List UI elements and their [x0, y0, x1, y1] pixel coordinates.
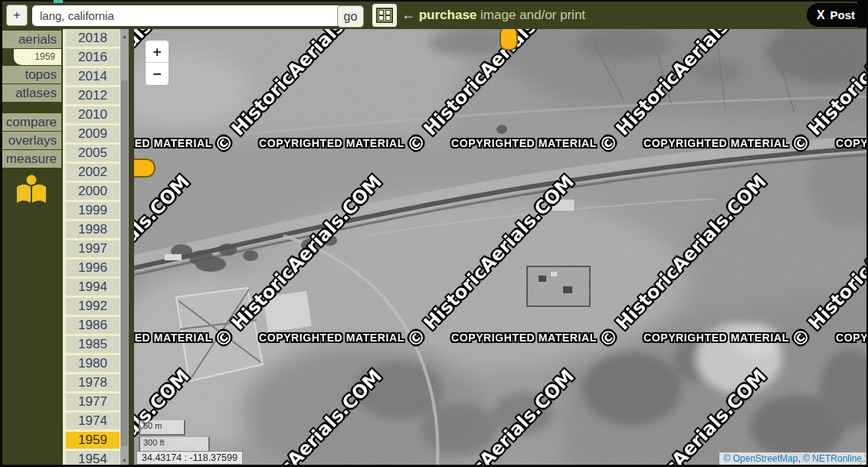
year-item[interactable]: 1986	[66, 317, 120, 334]
zoom-out-button[interactable]: −	[146, 63, 169, 85]
year-item[interactable]: 2014	[66, 68, 120, 85]
sidebar-item-aerials[interactable]: aerials	[0, 31, 61, 48]
copyright-watermark: COPYRIGHTED MATERIAL	[836, 137, 868, 149]
brand-watermark: © HistoricAerials.COM	[402, 171, 578, 352]
sidebar-item-measure[interactable]: measure	[0, 150, 61, 168]
year-item[interactable]: 1999	[66, 202, 120, 219]
scroll-down-icon[interactable]: ▼	[120, 458, 129, 463]
page-edge-fragment	[54, 0, 63, 3]
year-item[interactable]: 2000	[66, 183, 120, 200]
page-border	[0, 0, 2, 467]
active-year-tab[interactable]: 1959	[14, 49, 61, 65]
brand-watermark: © HistoricAerials.COM	[787, 171, 868, 352]
left-arrow-icon: ←	[401, 7, 415, 22]
purchase-hint-text: ← purchase image and/or print	[401, 0, 585, 29]
year-item[interactable]: 2012	[66, 87, 120, 104]
scroll-up-icon[interactable]: ▲	[120, 34, 129, 39]
go-button[interactable]: go	[337, 5, 364, 28]
zoom-control: + −	[145, 40, 169, 86]
copyright-watermark: COPYRIGHTED MATERIAL	[451, 331, 597, 344]
scrollbar-thumb[interactable]	[121, 80, 128, 446]
sidebar-nav: aerials 1959 topos atlases compare overl…	[0, 29, 63, 467]
year-item[interactable]: 1992	[66, 298, 120, 315]
copyright-watermark: COPYRIGHTED MATERIAL	[134, 137, 212, 149]
sidebar-item-overlays[interactable]: overlays	[0, 132, 61, 149]
historicaerials-app: + go ← purchase image and/or print X Pos…	[0, 0, 868, 467]
sidebar-item-atlases[interactable]: atlases	[0, 84, 61, 102]
year-item[interactable]: 1985	[66, 336, 120, 353]
year-item[interactable]: 1994	[66, 279, 120, 296]
year-item[interactable]: 1977	[66, 394, 120, 410]
x-post-button[interactable]: X Post	[807, 3, 865, 27]
brand-watermark: © HistoricAerials.COM	[134, 171, 194, 352]
year-item[interactable]: 2010	[66, 106, 120, 123]
search-input[interactable]	[32, 5, 342, 26]
copyright-watermark: COPYRIGHTED MATERIAL	[644, 137, 789, 149]
years-list: 2018201620142012201020092005200220001999…	[63, 29, 120, 467]
year-item[interactable]: 1980	[66, 355, 120, 372]
year-item[interactable]: 2018	[66, 30, 120, 47]
year-item[interactable]: 1974	[66, 413, 120, 429]
scale-bar-metric: 50 m	[139, 420, 185, 436]
scale-bar-imperial: 300 ft	[139, 437, 210, 452]
coordinates-readout: 34.43174 : -118.37599	[136, 451, 243, 465]
year-item[interactable]: 1978	[66, 374, 120, 391]
copyright-watermark: COPYRIGHTED MATERIAL	[259, 137, 405, 149]
crop-selection-icon	[376, 8, 393, 23]
brand-watermark: © HistoricAerials.COM	[594, 171, 771, 352]
year-item[interactable]: 2005	[66, 145, 120, 162]
osm-link[interactable]: © OpenStreetMap	[724, 453, 798, 464]
copyright-watermark: COPYRIGHTED MATERIAL	[644, 331, 789, 344]
copyright-watermark: COPYRIGHTED MATERIAL	[134, 331, 212, 344]
page-border	[0, 0, 868, 2]
sidebar-item-topos[interactable]: topos	[0, 66, 61, 83]
map-marker[interactable]	[500, 29, 518, 51]
years-scrollbar[interactable]: ▲ ▼	[120, 29, 129, 467]
year-item[interactable]: 2002	[66, 164, 120, 181]
year-item[interactable]: 2016	[66, 49, 120, 66]
map-attribution: © OpenStreetMap, © NETRonline	[719, 452, 866, 465]
watermark-layer: COPYRIGHTED MATERIAL© HistoricAerials.CO…	[134, 29, 868, 467]
year-item[interactable]: 1996	[66, 260, 120, 276]
sidebar: aerials 1959 topos atlases compare overl…	[0, 29, 134, 467]
map-marker[interactable]	[134, 158, 156, 178]
map-viewport[interactable]: COPYRIGHTED MATERIAL© HistoricAerials.CO…	[134, 29, 868, 467]
copyright-watermark: COPYRIGHTED MATERIAL	[836, 331, 868, 344]
brand-watermark: © HistoricAerials.COM	[210, 171, 386, 352]
netronline-link[interactable]: © NETRonline	[803, 453, 862, 464]
zoom-in-button[interactable]: +	[146, 41, 169, 63]
sidebar-item-compare[interactable]: compare	[0, 113, 61, 131]
brand-watermark: © HistoricAerials.COM	[402, 365, 578, 467]
year-item[interactable]: 1998	[66, 221, 120, 238]
purchase-image-button[interactable]	[372, 4, 397, 27]
copyright-watermark: COPYRIGHTED MATERIAL	[259, 331, 405, 344]
map-reader-icon[interactable]	[14, 175, 49, 205]
copyright-watermark: COPYRIGHTED MATERIAL	[451, 137, 597, 149]
year-item[interactable]: 1997	[66, 240, 120, 257]
expand-search-button[interactable]: +	[6, 5, 28, 26]
top-toolbar: + go ← purchase image and/or print X Pos…	[0, 0, 868, 29]
year-item-selected[interactable]: 1959	[66, 432, 120, 449]
year-item[interactable]: 2009	[66, 126, 120, 142]
x-twitter-icon: X	[817, 8, 825, 22]
